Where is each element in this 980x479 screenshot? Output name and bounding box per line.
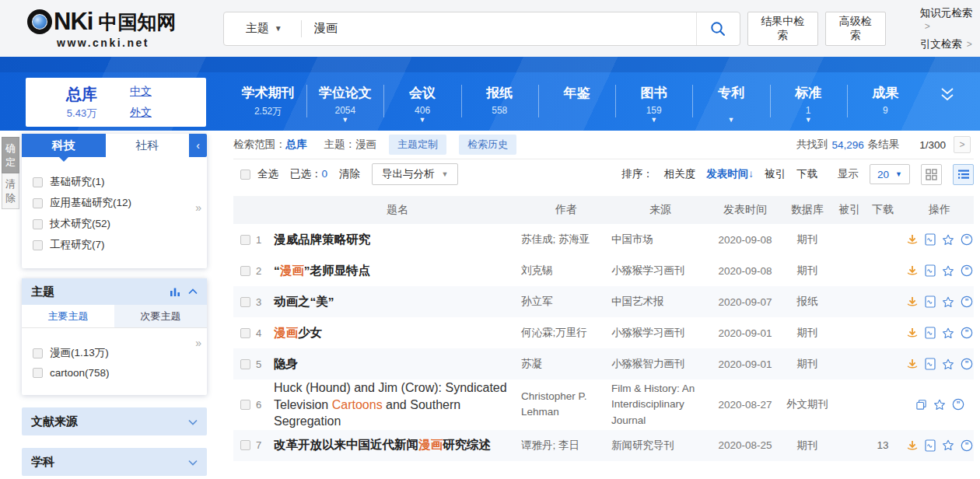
clear-filter-button[interactable]: 清除 [2,173,19,209]
category-tab[interactable]: 科技 [22,134,106,157]
nav-tab-database[interactable]: 成果9 [847,72,924,131]
html-read-icon[interactable] [925,264,936,277]
favorite-star-icon[interactable] [942,296,954,308]
favorite-star-icon[interactable] [942,265,954,277]
result-source[interactable]: 中国市场 [611,232,709,247]
checkbox[interactable] [240,266,250,276]
result-source[interactable]: 新闻研究导刊 [611,438,709,453]
html-read-icon[interactable] [925,233,936,246]
favorite-star-icon[interactable] [942,327,954,339]
result-authors[interactable]: 何沁霖;万里行 [521,325,611,341]
nav-tab-database[interactable]: 标准1▼ [770,72,847,131]
html-read-icon[interactable] [925,358,936,370]
result-title-link[interactable]: 动画之“美” [274,294,521,310]
category-filter-item[interactable]: 工程研究(7) [33,238,201,252]
topic-tab[interactable]: 次要主题 [114,305,207,327]
result-authors[interactable]: 苏凝 [521,356,611,372]
checkbox[interactable] [240,170,250,180]
cite-quote-icon[interactable]: ” [961,233,973,246]
search-history-button[interactable]: 检索历史 [459,135,516,155]
cite-quote-icon[interactable]: ” [961,295,973,308]
category-tab[interactable]: 社科 [106,134,190,157]
favorite-star-icon[interactable] [933,399,946,411]
checkbox[interactable] [33,368,43,378]
nav-tab-database[interactable]: 图书159▼ [615,72,692,131]
search-field-select[interactable]: 主题 ▼ [224,21,301,36]
expand-more-icon[interactable]: » [195,201,201,214]
checkbox[interactable] [240,235,250,245]
result-title-link[interactable]: Huck (Hound) and Jim (Crow): Syndicated … [274,379,521,430]
download-icon[interactable] [906,439,919,452]
nav-tab-database[interactable]: 会议406▼ [383,72,460,131]
favorite-star-icon[interactable] [942,358,954,370]
checkbox[interactable] [240,440,250,450]
category-filter-item[interactable]: 基础研究(1) [33,175,201,189]
sort-option[interactable]: 发表时间↓ [706,167,754,181]
search-button[interactable] [696,12,740,45]
result-source[interactable]: 小猕猴智力画刊 [611,356,709,372]
sort-option[interactable]: 被引 [765,167,786,181]
export-analyze-dropdown[interactable]: 导出与分析 ▼ [372,163,458,185]
next-page-button[interactable]: > [954,136,971,153]
result-authors[interactable]: Christopher P. Lehman [521,389,611,421]
result-authors[interactable]: 谭雅丹; 李日 [521,438,611,453]
column-header[interactable]: 数据库 [781,203,834,217]
html-read-icon[interactable] [925,295,936,308]
category-filter-item[interactable]: 应用基础研究(12) [33,196,201,210]
result-source[interactable]: 小猕猴学习画刊 [611,325,709,341]
cite-quote-icon[interactable]: ” [961,327,973,339]
column-header[interactable]: 来源 [611,203,709,217]
chinese-lang-link[interactable]: 中文 [130,85,152,99]
nav-tab-database[interactable]: 学术期刊2.52万 [229,72,306,131]
checkbox[interactable] [33,240,43,250]
scope-value[interactable]: 总库 [286,138,307,152]
column-header[interactable]: 操作 [901,203,978,217]
cite-quote-icon[interactable]: ” [961,358,973,370]
cite-quote-icon[interactable]: ” [961,264,973,277]
search-input[interactable] [302,22,696,35]
sidebar-section-学科[interactable]: 学科 [22,448,207,476]
result-authors[interactable]: 孙立军 [521,294,611,309]
checkbox[interactable] [240,400,250,410]
advanced-search-button[interactable]: 高级检索 [825,12,886,46]
result-download-count[interactable]: 13 [865,439,901,451]
list-view-button[interactable] [953,164,974,185]
select-all-checkbox[interactable]: 全选 [240,167,278,181]
result-title-link[interactable]: 改革开放以来中国近代新闻漫画研究综述 [274,437,521,453]
result-authors[interactable]: 苏佳成; 苏海亚 [521,232,611,247]
download-icon[interactable] [906,295,919,308]
checkbox[interactable] [33,177,43,187]
topic-tab[interactable]: 主要主题 [22,305,114,327]
nav-tab-database[interactable]: 专利▼ [692,72,769,131]
grid-view-button[interactable] [921,164,942,185]
checkbox[interactable] [33,219,43,229]
knowledge-element-search-link[interactable]: 知识元检索> [920,6,980,32]
checkbox[interactable] [240,359,250,369]
download-icon[interactable] [906,327,919,339]
sort-option[interactable]: 下载 [796,167,817,181]
result-title-link[interactable]: 漫画少女 [274,325,521,341]
expand-more-icon[interactable]: » [195,337,201,349]
nav-tab-database[interactable]: 报纸558 [461,72,538,131]
result-title-link[interactable]: 隐身 [274,356,521,372]
topic-filter-item[interactable]: cartoon(758) [33,367,201,379]
result-source[interactable]: 小猕猴学习画刊 [611,263,709,278]
cnki-logo[interactable]: NKi 中国知网 www.cnki.net [27,8,203,49]
page-size-select[interactable]: 20 ▼ [870,164,910,184]
chevron-up-icon[interactable] [188,288,198,295]
topic-customize-button[interactable]: 主题定制 [389,135,446,155]
download-icon[interactable] [906,233,919,246]
nav-tab-database[interactable]: 年鉴 [538,72,615,131]
cite-quote-icon[interactable]: ” [952,398,964,411]
foreign-lang-link[interactable]: 外文 [130,106,152,120]
checkbox[interactable] [33,348,43,358]
topic-section-header[interactable]: 主题 [22,278,207,305]
sidebar-section-文献来源[interactable]: 文献来源 [22,407,207,435]
html-read-icon[interactable] [925,327,936,339]
topic-filter-item[interactable]: 漫画(1.13万) [33,346,201,360]
category-filter-item[interactable]: 技术研究(52) [33,217,201,231]
download-icon[interactable] [906,264,919,277]
nav-tab-database[interactable]: 学位论文2054▼ [306,72,383,131]
total-library-card[interactable]: 总库 5.43万 中文 外文 [26,78,206,127]
citation-search-link[interactable]: 引文检索> [920,37,980,51]
